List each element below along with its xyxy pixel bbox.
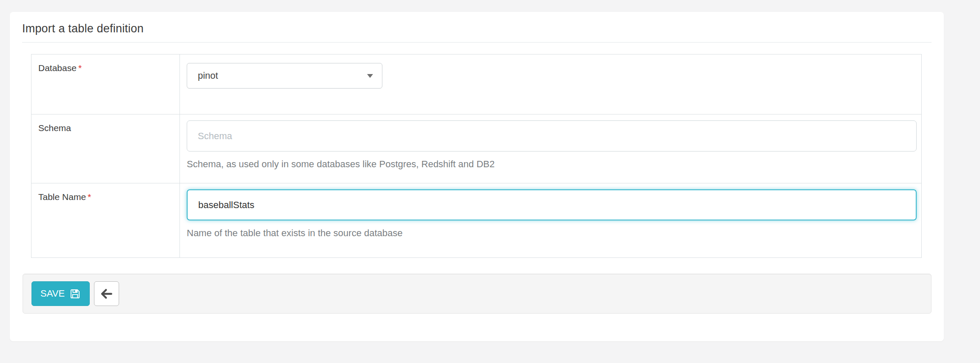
floppy-disk-icon <box>69 288 81 300</box>
database-row: Database* pinot <box>31 54 922 114</box>
table-name-help-text: Name of the table that exists in the sou… <box>187 228 914 239</box>
schema-help-text: Schema, as used only in some databases l… <box>187 159 914 170</box>
schema-row: Schema Schema, as used only in some data… <box>31 114 922 183</box>
table-name-row: Table Name* Name of the table that exist… <box>31 183 922 258</box>
database-label: Database <box>38 63 77 73</box>
schema-label-cell: Schema <box>31 114 180 183</box>
database-select[interactable]: pinot <box>187 63 382 89</box>
form-actions-bar: SAVE <box>23 274 932 314</box>
schema-input[interactable] <box>187 120 917 151</box>
table-definition-form: Database* pinot Schema Schema, as used o… <box>31 54 922 258</box>
back-button[interactable] <box>94 281 119 306</box>
table-name-label: Table Name <box>38 192 86 202</box>
save-button[interactable]: SAVE <box>31 281 90 306</box>
table-name-field-cell: Name of the table that exists in the sou… <box>180 183 922 258</box>
schema-label: Schema <box>38 123 71 133</box>
schema-field-cell: Schema, as used only in some databases l… <box>180 114 922 183</box>
title-divider <box>22 42 932 43</box>
page-background: { "page": { "title": "Import a table def… <box>0 0 980 363</box>
import-table-card: Import a table definition Database* pino… <box>10 12 944 341</box>
required-asterisk: * <box>88 192 91 202</box>
table-name-label-cell: Table Name* <box>31 183 180 258</box>
page-title: Import a table definition <box>22 12 932 35</box>
database-field-cell: pinot <box>180 54 922 114</box>
arrow-left-icon <box>100 287 113 300</box>
required-asterisk: * <box>78 63 82 73</box>
database-label-cell: Database* <box>31 54 180 114</box>
database-select-value: pinot <box>198 70 218 81</box>
table-name-input[interactable] <box>187 189 917 220</box>
save-button-label: SAVE <box>40 288 65 299</box>
caret-down-icon <box>367 74 373 78</box>
